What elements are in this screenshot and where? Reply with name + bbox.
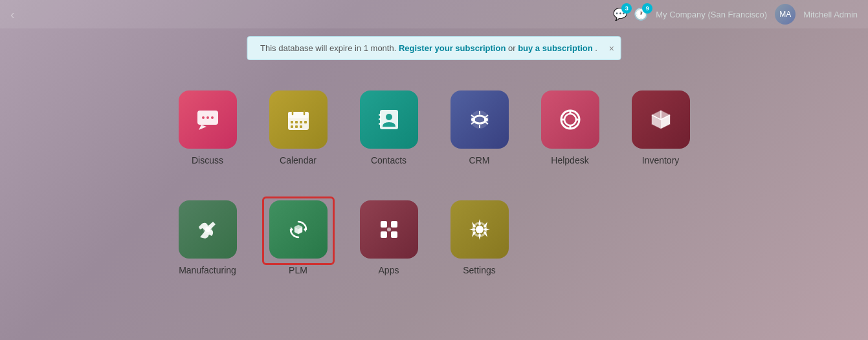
plm-icon bbox=[269, 200, 328, 259]
svg-point-2 bbox=[202, 116, 205, 119]
crm-icon bbox=[451, 90, 509, 149]
company-selector[interactable]: My Company (San Francisco) bbox=[656, 10, 767, 19]
manufacturing-icon bbox=[179, 200, 237, 259]
inventory-label: Inventory bbox=[642, 155, 680, 165]
manufacturing-label: Manufacturing bbox=[179, 265, 236, 275]
svg-point-49 bbox=[387, 228, 391, 231]
svg-point-50 bbox=[476, 226, 484, 233]
navbar: ‹ 💬 3 🕐 9 My Company (San Francisco) MA … bbox=[0, 0, 868, 28]
svg-rect-13 bbox=[291, 125, 293, 128]
calendar-label: Calendar bbox=[280, 155, 317, 165]
app-inventory[interactable]: Inventory bbox=[616, 84, 706, 165]
banner-text-after: . bbox=[595, 43, 597, 53]
back-button[interactable]: ‹ bbox=[10, 7, 15, 22]
app-plm[interactable]: PLM bbox=[253, 194, 344, 275]
svg-rect-20 bbox=[379, 123, 381, 125]
inventory-icon bbox=[632, 90, 690, 149]
chat-icon[interactable]: 💬 3 bbox=[613, 7, 627, 21]
notification-group: 💬 3 🕐 9 bbox=[613, 7, 648, 21]
calendar-icon bbox=[269, 90, 328, 149]
plm-label: PLM bbox=[289, 265, 307, 275]
messages-badge: 9 bbox=[642, 3, 652, 14]
banner-text-before: This database will expire in 1 month. bbox=[260, 43, 396, 53]
svg-rect-46 bbox=[391, 221, 397, 228]
app-grid: Discuss Calendar bbox=[162, 84, 706, 304]
svg-rect-12 bbox=[304, 121, 307, 123]
svg-rect-19 bbox=[379, 118, 381, 120]
app-calendar[interactable]: Calendar bbox=[253, 84, 344, 165]
banner-close-button[interactable]: × bbox=[609, 43, 614, 54]
svg-rect-14 bbox=[295, 125, 298, 128]
svg-rect-45 bbox=[381, 221, 387, 228]
svg-rect-11 bbox=[300, 121, 302, 123]
app-helpdesk[interactable]: Helpdesk bbox=[525, 84, 616, 165]
crm-label: CRM bbox=[469, 155, 490, 165]
register-subscription-link[interactable]: Register your subscription bbox=[399, 43, 506, 53]
clock-icon[interactable]: 🕐 9 bbox=[634, 7, 648, 21]
settings-icon bbox=[451, 200, 509, 259]
svg-point-22 bbox=[471, 118, 475, 122]
chat-badge: 3 bbox=[621, 3, 632, 14]
app-manufacturing[interactable]: Manufacturing bbox=[162, 194, 253, 275]
svg-rect-10 bbox=[295, 121, 298, 123]
contacts-label: Contacts bbox=[371, 155, 406, 165]
svg-rect-48 bbox=[391, 231, 397, 238]
app-apps[interactable]: Apps bbox=[344, 194, 434, 275]
app-settings[interactable]: Settings bbox=[434, 194, 525, 275]
app-discuss[interactable]: Discuss bbox=[162, 84, 253, 165]
svg-rect-47 bbox=[381, 231, 387, 238]
svg-point-23 bbox=[484, 118, 488, 122]
buy-subscription-link[interactable]: buy a subscription bbox=[518, 43, 593, 53]
avatar[interactable]: MA bbox=[775, 4, 796, 25]
apps-icon bbox=[360, 200, 418, 259]
svg-rect-6 bbox=[288, 112, 309, 118]
svg-rect-9 bbox=[291, 121, 293, 123]
svg-marker-1 bbox=[199, 125, 206, 130]
svg-marker-39 bbox=[304, 227, 306, 232]
svg-point-25 bbox=[564, 114, 576, 125]
nav-right: 💬 3 🕐 9 My Company (San Francisco) MA Mi… bbox=[613, 4, 858, 25]
apps-label: Apps bbox=[379, 265, 399, 275]
svg-point-4 bbox=[211, 116, 214, 119]
svg-point-3 bbox=[206, 116, 209, 119]
discuss-label: Discuss bbox=[192, 155, 223, 165]
discuss-icon bbox=[179, 90, 237, 149]
username[interactable]: Mitchell Admin bbox=[803, 10, 858, 19]
settings-label: Settings bbox=[463, 265, 496, 275]
svg-rect-18 bbox=[379, 114, 381, 116]
helpdesk-label: Helpdesk bbox=[551, 155, 588, 165]
svg-rect-15 bbox=[300, 125, 302, 128]
svg-marker-40 bbox=[291, 227, 293, 232]
avatar-initials: MA bbox=[779, 10, 791, 19]
contacts-icon bbox=[360, 90, 418, 149]
svg-point-17 bbox=[386, 114, 392, 120]
helpdesk-icon bbox=[541, 90, 599, 149]
notification-banner: This database will expire in 1 month. Re… bbox=[247, 36, 621, 60]
banner-text-middle: or bbox=[508, 43, 518, 53]
app-contacts[interactable]: Contacts bbox=[344, 84, 434, 165]
app-crm[interactable]: CRM bbox=[434, 84, 525, 165]
